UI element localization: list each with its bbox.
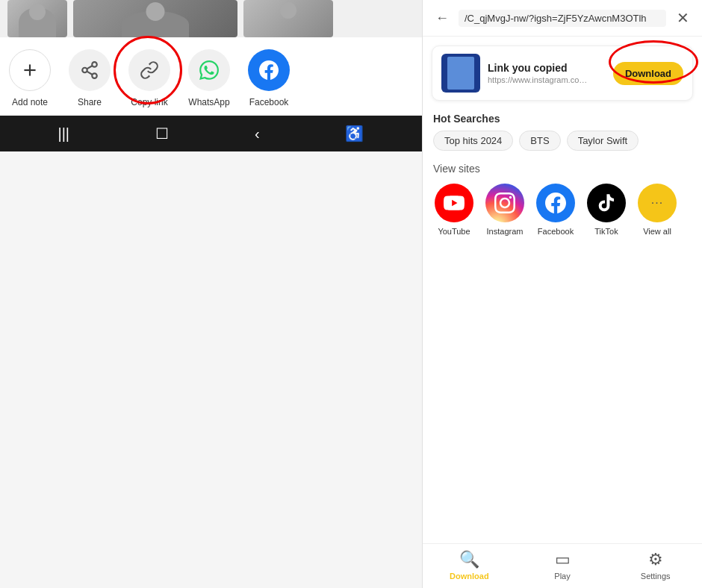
right-panel: ← /C_qjMvgJ-nw/?igsh=ZjF5YzAwcnM3OTlh ✕ … bbox=[422, 0, 702, 588]
avatar-2 bbox=[73, 0, 237, 37]
link-copied-url: https://www.instagram.com... bbox=[488, 75, 592, 84]
nav-back-icon[interactable]: ‹ bbox=[255, 125, 260, 143]
add-note-icon bbox=[9, 49, 51, 91]
top-images bbox=[0, 0, 422, 37]
youtube-icon bbox=[435, 184, 473, 222]
whatsapp-icon bbox=[188, 49, 230, 91]
facebook-item[interactable]: Facebook bbox=[246, 49, 291, 107]
nav-accessibility-icon[interactable]: ♿ bbox=[345, 125, 364, 143]
facebook-site-icon bbox=[536, 184, 575, 222]
svg-point-4 bbox=[92, 73, 97, 78]
viewall-icon: ··· bbox=[638, 184, 677, 222]
site-instagram[interactable]: Instagram bbox=[484, 184, 526, 236]
link-copied-info: Link you copied https://www.instagram.co… bbox=[488, 62, 606, 84]
viewall-label: View all bbox=[643, 227, 671, 236]
site-tiktok[interactable]: TikTok bbox=[585, 184, 627, 236]
bottom-nav-play[interactable]: ▭ Play bbox=[516, 544, 609, 588]
share-icon bbox=[69, 49, 111, 91]
link-thumbnail bbox=[441, 54, 480, 93]
bottom-nav-settings[interactable]: ⚙ Settings bbox=[609, 544, 702, 588]
hot-search-tags: Top hits 2024 BTS Taylor Swift bbox=[423, 131, 702, 160]
site-youtube[interactable]: YouTube bbox=[433, 184, 475, 236]
avatar-1 bbox=[7, 0, 67, 37]
link-copied-title: Link you copied bbox=[488, 62, 606, 74]
copy-link-label: Copy link bbox=[131, 97, 167, 107]
tag-top-hits[interactable]: Top hits 2024 bbox=[433, 131, 513, 151]
browser-bar: ← /C_qjMvgJ-nw/?igsh=ZjF5YzAwcnM3OTlh ✕ bbox=[423, 0, 702, 37]
instagram-icon bbox=[485, 184, 524, 222]
add-note-label: Add note bbox=[12, 97, 48, 107]
sites-grid: YouTube Instagram Facebook bbox=[423, 184, 702, 245]
browser-url-field[interactable]: /C_qjMvgJ-nw/?igsh=ZjF5YzAwcnM3OTlh bbox=[459, 10, 666, 27]
tag-bts[interactable]: BTS bbox=[519, 131, 560, 151]
youtube-label: YouTube bbox=[438, 227, 470, 236]
nav-lines-icon[interactable]: ||| bbox=[58, 125, 69, 143]
phone-nav-bar: ||| ☐ ‹ ♿ bbox=[0, 116, 422, 151]
download-nav-label: Download bbox=[450, 572, 489, 581]
facebook-icon bbox=[248, 49, 290, 91]
instagram-label: Instagram bbox=[487, 227, 524, 236]
svg-point-2 bbox=[92, 62, 97, 67]
play-nav-label: Play bbox=[554, 572, 570, 581]
browser-back-button[interactable]: ← bbox=[432, 7, 453, 28]
svg-line-5 bbox=[87, 72, 92, 75]
facebook-site-label: Facebook bbox=[538, 227, 574, 236]
browser-close-button[interactable]: ✕ bbox=[672, 7, 693, 28]
link-copied-card: Link you copied https://www.instagram.co… bbox=[432, 46, 693, 101]
share-bar: Add note Share bbox=[0, 37, 422, 116]
tag-taylor-swift[interactable]: Taylor Swift bbox=[567, 131, 639, 151]
bottom-nav-download[interactable]: 🔍 Download bbox=[423, 544, 516, 588]
play-nav-icon: ▭ bbox=[555, 550, 571, 569]
tiktok-icon bbox=[587, 184, 626, 222]
site-facebook[interactable]: Facebook bbox=[535, 184, 577, 236]
bottom-nav: 🔍 Download ▭ Play ⚙ Settings bbox=[423, 543, 702, 588]
settings-nav-label: Settings bbox=[641, 572, 671, 581]
download-button[interactable]: Download bbox=[613, 62, 683, 85]
share-item[interactable]: Share bbox=[67, 49, 112, 107]
link-thumb-image bbox=[447, 57, 474, 90]
settings-nav-icon: ⚙ bbox=[648, 550, 663, 569]
whatsapp-item[interactable]: WhatsApp bbox=[187, 49, 232, 107]
download-nav-icon: 🔍 bbox=[459, 550, 479, 569]
whatsapp-label: WhatsApp bbox=[188, 97, 229, 107]
facebook-label: Facebook bbox=[249, 97, 289, 107]
svg-point-3 bbox=[82, 68, 87, 73]
hot-searches-title: Hot Searches bbox=[423, 110, 702, 131]
view-sites-title: View sites bbox=[423, 160, 702, 184]
copy-link-item[interactable]: Copy link bbox=[127, 49, 172, 107]
copy-link-icon bbox=[128, 49, 170, 91]
nav-home-icon[interactable]: ☐ bbox=[155, 125, 169, 143]
tiktok-label: TikTok bbox=[594, 227, 618, 236]
add-note-item[interactable]: Add note bbox=[7, 49, 52, 107]
avatar-3 bbox=[243, 0, 333, 37]
panel-spacer bbox=[423, 245, 702, 543]
share-label: Share bbox=[78, 97, 102, 107]
left-panel: Add note Share bbox=[0, 0, 422, 588]
svg-line-6 bbox=[87, 66, 92, 69]
site-viewall[interactable]: ··· View all bbox=[636, 184, 678, 236]
